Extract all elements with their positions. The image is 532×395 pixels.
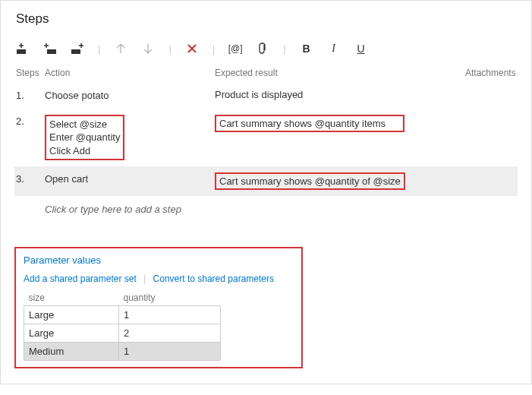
- panel-heading: Steps: [16, 11, 518, 27]
- toolbar-separator: |: [98, 43, 100, 55]
- move-up-icon: [114, 42, 127, 55]
- step-action-cell[interactable]: Choose potato: [45, 89, 215, 103]
- attach-icon[interactable]: [256, 42, 269, 55]
- col-header-action: Action: [45, 68, 215, 78]
- italic-icon[interactable]: I: [327, 42, 341, 55]
- step-number: 3.: [16, 172, 45, 185]
- step-expected-text: Cart summary shows @quantity items: [215, 115, 405, 132]
- step-expected-text: Cart summary shows @quantity of @size: [215, 172, 405, 190]
- step-action-text: Choose potato: [45, 89, 215, 103]
- step-row[interactable]: 1.Choose potatoProduct is displayed: [14, 83, 518, 109]
- param-cell-quantity[interactable]: 1: [119, 306, 221, 324]
- steps-grid-body: 1.Choose potatoProduct is displayed2.Sel…: [14, 83, 518, 196]
- step-action-text: Select @size Enter @quantity Click Add: [45, 115, 124, 161]
- insert-parameter-icon[interactable]: [@]: [228, 42, 242, 55]
- col-header-steps: Steps: [16, 68, 45, 78]
- link-separator: |: [143, 273, 146, 284]
- insert-step-before-icon[interactable]: [43, 42, 57, 55]
- insert-step-icon[interactable]: [16, 42, 30, 55]
- step-action-cell[interactable]: Select @size Enter @quantity Click Add: [45, 115, 215, 161]
- param-row[interactable]: Large2: [24, 324, 221, 343]
- step-expected-cell[interactable]: Product is displayed: [215, 89, 465, 100]
- param-header-size: size: [24, 290, 119, 306]
- step-action-cell[interactable]: Open cart: [45, 172, 215, 186]
- step-row[interactable]: 3.Open cartCart summary shows @quantity …: [14, 166, 518, 196]
- steps-toolbar: | | | [@] | B I U: [14, 37, 518, 63]
- param-cell-size[interactable]: Medium: [24, 343, 119, 361]
- col-header-expected: Expected result: [215, 68, 465, 78]
- param-header-quantity: quantity: [119, 290, 221, 306]
- param-cell-size[interactable]: Large: [24, 306, 119, 324]
- step-number: 2.: [16, 115, 45, 127]
- toolbar-separator: |: [283, 43, 285, 55]
- toolbar-separator: |: [168, 43, 171, 55]
- parameter-values-panel: Parameter values Add a shared parameter …: [14, 247, 303, 368]
- toolbar-separator: |: [212, 43, 215, 55]
- param-cell-size[interactable]: Large: [24, 324, 119, 343]
- param-row[interactable]: Medium1: [24, 343, 221, 361]
- param-cell-quantity[interactable]: 1: [119, 343, 221, 361]
- svg-rect-0: [17, 49, 26, 54]
- steps-panel: Steps | | | [@] | B I U Step: [0, 0, 532, 384]
- step-expected-text: Product is displayed: [215, 89, 465, 100]
- add-step-placeholder[interactable]: Click or type here to add a step: [14, 196, 518, 218]
- param-row[interactable]: Large1: [24, 306, 221, 324]
- parameter-table: size quantity Large1Large2Medium1: [24, 290, 221, 361]
- move-down-icon: [141, 42, 155, 55]
- insert-shared-step-icon[interactable]: [71, 42, 84, 55]
- add-shared-param-link[interactable]: Add a shared parameter set: [24, 273, 137, 284]
- param-cell-quantity[interactable]: 2: [119, 324, 221, 343]
- delete-step-icon[interactable]: [185, 42, 199, 55]
- step-action-text: Open cart: [45, 172, 215, 186]
- svg-rect-1: [47, 49, 56, 54]
- convert-shared-param-link[interactable]: Convert to shared parameters: [153, 273, 274, 284]
- svg-rect-2: [71, 49, 80, 54]
- parameter-values-title: Parameter values: [24, 254, 294, 266]
- bold-icon[interactable]: B: [300, 42, 313, 55]
- step-expected-cell[interactable]: Cart summary shows @quantity of @size: [215, 172, 465, 190]
- step-expected-cell[interactable]: Cart summary shows @quantity items: [215, 115, 465, 132]
- steps-grid-header: Steps Action Expected result Attachments: [14, 63, 518, 83]
- col-header-attachments: Attachments: [465, 68, 516, 78]
- step-row[interactable]: 2.Select @size Enter @quantity Click Add…: [14, 109, 518, 167]
- underline-icon[interactable]: U: [354, 42, 368, 55]
- step-number: 1.: [16, 89, 45, 101]
- parameter-links: Add a shared parameter set | Convert to …: [24, 273, 294, 284]
